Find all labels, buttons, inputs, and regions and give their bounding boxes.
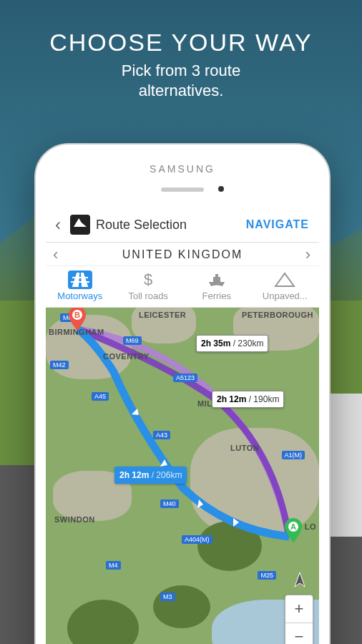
tab-unpaved[interactable]: Unpaved... (251, 266, 320, 307)
road-label: M3 (160, 592, 175, 601)
map-area[interactable]: BIRMINGHAM LEICESTER PETERBOROUGH COVENT… (46, 308, 319, 644)
promo-title: CHOOSE YOUR WAY (0, 29, 362, 57)
avoid-tabs: Motorways $ Toll roads Ferries Unpaved..… (46, 266, 319, 308)
road-label: M40 (160, 499, 179, 508)
road-label: A43 (153, 431, 170, 439)
road-label: M4 (106, 561, 121, 570)
motorway-icon (68, 270, 92, 289)
city-label: MIL (197, 399, 212, 408)
route-option-3-selected[interactable]: 2h 12m / 206km (114, 467, 187, 484)
ferry-icon (205, 270, 229, 289)
promo-banner: CHOOSE YOUR WAY Pick from 3 routealterna… (0, 29, 362, 100)
tab-label: Unpaved... (263, 291, 308, 301)
city-label: SWINDON (54, 515, 95, 524)
zoom-out-button[interactable]: − (285, 623, 313, 644)
svg-text:A: A (290, 522, 296, 531)
city-label: LO (305, 522, 316, 531)
app-icon (70, 215, 90, 235)
road-label: M69 (123, 336, 142, 345)
country-label: UNITED KINGDOM (122, 248, 243, 260)
phone-brand: SAMSUNG (36, 163, 329, 175)
road-label: M25 (258, 571, 276, 580)
svg-text:B: B (74, 311, 80, 319)
road-label: A5123 (173, 374, 197, 382)
tab-toll-roads[interactable]: $ Toll roads (114, 266, 183, 307)
road-label: A404(M) (182, 535, 212, 544)
route-option-1[interactable]: 2h 35m / 230km (196, 335, 268, 352)
svg-marker-4 (132, 409, 139, 415)
dollar-icon: $ (136, 270, 160, 289)
chevron-right-icon[interactable]: › (305, 245, 312, 264)
svg-marker-3 (160, 459, 167, 467)
city-label: LEICESTER (139, 311, 186, 319)
tab-label: Motorways (57, 291, 102, 301)
pin-destination[interactable]: B (69, 308, 86, 331)
city-label: PETERBOROUGH (242, 311, 313, 319)
unpaved-icon (273, 270, 297, 289)
city-label: COVENTRY (103, 352, 150, 361)
city-label: LUTON (230, 444, 259, 452)
tab-ferries[interactable]: Ferries (182, 266, 251, 307)
app-screen: ‹ Route Selection NAVIGATE ‹ UNITED KING… (46, 208, 319, 644)
pin-origin[interactable]: A (285, 518, 302, 542)
route-option-2[interactable]: 2h 12m / 190km (212, 391, 284, 408)
promo-subtitle: Pick from 3 routealternatives. (0, 61, 362, 100)
road-label: A45 (92, 392, 109, 401)
road-label: A1(M) (282, 451, 305, 459)
phone-frame: SAMSUNG ‹ Route Selection NAVIGATE ‹ UNI… (34, 143, 331, 644)
screen-title: Route Selection (96, 218, 246, 233)
chevron-left-icon[interactable]: ‹ (53, 245, 59, 264)
tab-label: Toll roads (128, 291, 168, 301)
svg-text:$: $ (144, 270, 152, 288)
road-label: M42 (50, 361, 69, 369)
svg-marker-9 (295, 572, 305, 587)
tab-label: Ferries (202, 291, 231, 301)
tab-motorways[interactable]: Motorways (46, 266, 114, 307)
zoom-controls: + − (285, 595, 313, 644)
top-bar: ‹ Route Selection NAVIGATE (46, 208, 319, 243)
back-button[interactable]: ‹ (46, 215, 70, 235)
compass-icon[interactable] (290, 571, 309, 590)
zoom-in-button[interactable]: + (285, 595, 313, 623)
country-selector[interactable]: ‹ UNITED KINGDOM › (46, 243, 319, 266)
navigate-button[interactable]: NAVIGATE (246, 218, 319, 231)
